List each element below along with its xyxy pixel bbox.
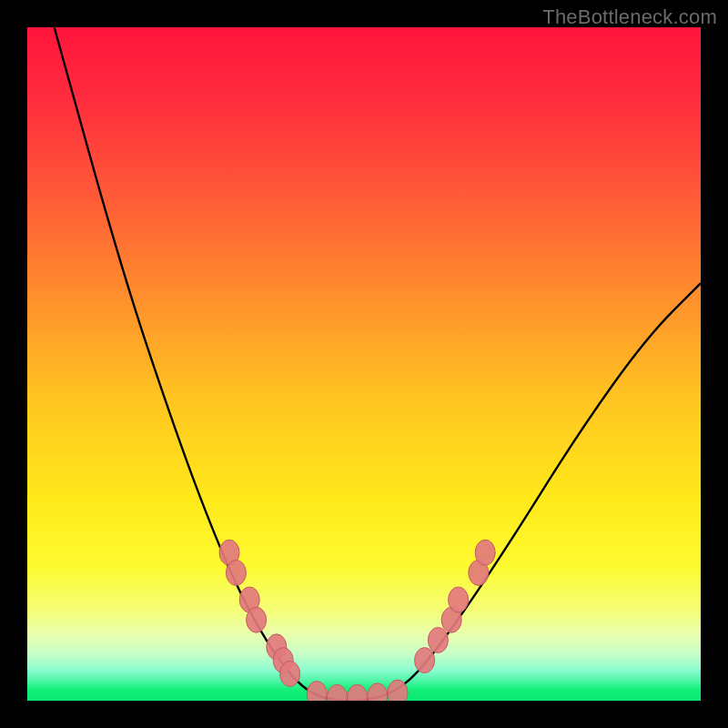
data-marker xyxy=(226,560,246,585)
data-marker xyxy=(415,648,435,673)
chart-svg xyxy=(27,27,701,701)
data-marker xyxy=(327,684,347,701)
data-marker xyxy=(428,627,448,652)
data-marker xyxy=(307,682,327,701)
data-markers xyxy=(219,540,495,701)
data-marker xyxy=(388,680,408,701)
watermark-text: TheBottleneck.com xyxy=(542,5,717,29)
data-marker xyxy=(368,683,388,701)
data-marker xyxy=(475,540,495,565)
chart-plot-area xyxy=(27,27,701,701)
bottleneck-curve xyxy=(55,27,701,701)
data-marker xyxy=(449,587,469,612)
data-marker xyxy=(247,607,267,632)
data-marker xyxy=(280,661,300,686)
data-marker xyxy=(348,684,368,701)
